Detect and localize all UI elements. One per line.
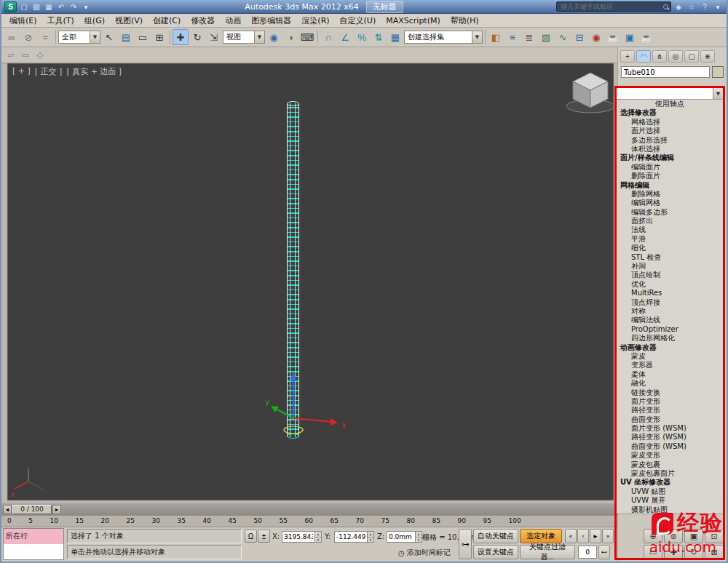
workspace-dropdown-icon[interactable]: ▾	[80, 1, 92, 12]
modifier-list-item[interactable]: UVW 展开	[617, 496, 723, 505]
percent-snap-toggle-icon[interactable]: %	[354, 29, 370, 45]
new-scene-icon[interactable]: ▢	[18, 1, 30, 12]
angle-snap-toggle-icon[interactable]: ∠	[337, 29, 353, 45]
dropdown-arrow-icon[interactable]	[254, 31, 264, 43]
object-name-input[interactable]	[621, 66, 710, 78]
modifier-list-item[interactable]: 蒙皮	[617, 352, 723, 361]
modifier-list-item[interactable]: UVW 贴图	[617, 487, 723, 496]
y-coordinate-input[interactable]	[334, 531, 368, 543]
menu-item[interactable]: 视图(V)	[110, 15, 148, 27]
track-bar[interactable]: 0510152025303540455055606570758085909510…	[1, 515, 617, 527]
modifier-list-item[interactable]: 融化	[617, 379, 723, 388]
rectangular-selection-region-icon[interactable]: ▭	[135, 29, 151, 45]
modifier-list-item[interactable]: UV 坐标修改器	[617, 478, 723, 487]
modifier-list-item[interactable]: 编辑法线	[617, 316, 723, 324]
modifier-list-combobox[interactable]	[617, 88, 723, 100]
ribbon-tab-icon[interactable]: ▭	[19, 49, 32, 62]
z-spinner-icon[interactable]	[416, 531, 422, 543]
tab-utilities[interactable]: ⋇	[700, 50, 715, 63]
absolute-offset-mode-toggle[interactable]: ±	[258, 530, 270, 543]
tab-hierarchy[interactable]: ⋔	[652, 50, 667, 63]
edit-named-selection-sets-icon[interactable]: ▦	[387, 29, 403, 45]
dropdown-arrow-icon[interactable]	[713, 88, 723, 99]
modifier-list-item[interactable]: 四边形网格化	[617, 334, 723, 343]
menu-item[interactable]: 组(G)	[79, 15, 110, 27]
time-forward-arrow[interactable]: ►	[52, 505, 61, 514]
tab-create[interactable]: +	[620, 50, 635, 63]
modifier-list-item[interactable]: 体积选择	[617, 145, 723, 153]
modifier-list-item[interactable]: 网格选择	[617, 118, 723, 127]
go-to-end-button[interactable]: »	[602, 529, 614, 543]
current-frame-input[interactable]	[578, 546, 597, 559]
modifier-list-item[interactable]: 编辑多边形	[617, 208, 723, 217]
modifier-list-item[interactable]: MultiRes	[617, 289, 723, 298]
selection-filter-dropdown[interactable]: 全部	[58, 31, 100, 44]
modifier-list-item[interactable]: ProOptimizer	[617, 325, 723, 334]
menu-item[interactable]: 修改器	[186, 15, 220, 27]
dropdown-arrow-icon[interactable]	[472, 31, 482, 43]
select-and-rotate-icon[interactable]: ↻	[189, 29, 205, 45]
bind-to-space-warp-icon[interactable]: ≈	[37, 29, 53, 45]
render-production-icon[interactable]: ☕	[638, 29, 654, 45]
modifier-list-item[interactable]: 路径变形 (WSM)	[617, 433, 723, 442]
modifier-list-item[interactable]: 蒙皮变形	[617, 451, 723, 460]
curve-editor-icon[interactable]: ∿	[555, 29, 571, 45]
select-and-scale-icon[interactable]: ⇲	[206, 29, 222, 45]
viewport-general-menu[interactable]: [ + ]	[12, 66, 31, 77]
previous-frame-button[interactable]: ‹	[577, 529, 589, 543]
undo-icon[interactable]: ↶	[55, 1, 67, 12]
modifier-list-item[interactable]: 使用轴点	[617, 100, 723, 108]
z-coordinate-input[interactable]	[387, 531, 416, 543]
modifier-list-item[interactable]: 曲面变形 (WSM)	[617, 442, 723, 451]
infocenter-search[interactable]	[556, 1, 671, 12]
dropdown-arrow-icon[interactable]	[90, 31, 100, 43]
snap-toggle-3d-icon[interactable]: ∩	[320, 29, 336, 45]
modifier-list-item[interactable]: 补洞	[617, 262, 723, 271]
modifier-list-item[interactable]: 优化	[617, 280, 723, 289]
tab-modify[interactable]: ◠	[636, 50, 651, 63]
set-keys-button[interactable]: ⊶	[459, 529, 472, 559]
ribbon-tab-icon[interactable]: ▱	[4, 49, 17, 62]
set-key-toggle[interactable]: 设置关键点	[473, 545, 518, 559]
menu-item[interactable]: 渲染(R)	[296, 15, 334, 27]
key-filters-button[interactable]: 关键点过滤器...	[520, 545, 575, 559]
listener-script-pane[interactable]	[4, 544, 63, 559]
modifier-list-item[interactable]: 柔体	[617, 370, 723, 379]
help-dropdown-icon[interactable]: ▾	[712, 1, 724, 12]
search-icon[interactable]	[663, 4, 668, 9]
layer-manager-icon[interactable]: ≣	[521, 29, 537, 45]
modifier-list-item[interactable]: 蒙皮包裹	[617, 460, 723, 469]
window-crossing-icon[interactable]: ⊞	[151, 29, 167, 45]
viewport-shading-menu[interactable]: [ 真实 + 边面 ]	[66, 66, 122, 77]
material-editor-icon[interactable]: ◉	[588, 29, 604, 45]
rendered-frame-window-icon[interactable]: ▣	[622, 29, 638, 45]
open-file-icon[interactable]: ▧	[31, 1, 42, 12]
selected-object-dropdown[interactable]: 选定对象	[520, 529, 562, 543]
viewcube[interactable]	[566, 73, 614, 113]
named-selection-set-dropdown[interactable]: 创建选择集	[404, 31, 483, 44]
select-and-manipulate-icon[interactable]: ◑	[282, 29, 298, 45]
ribbon-tab-icon[interactable]: ◇	[33, 49, 47, 62]
y-spinner-icon[interactable]	[368, 531, 374, 543]
reference-coordinate-dropdown[interactable]: 视图	[223, 31, 265, 44]
search-input[interactable]	[559, 2, 661, 11]
spinner-snap-toggle-icon[interactable]: ⇅	[371, 29, 387, 45]
modifier-list-item[interactable]: 变形器	[617, 361, 723, 370]
select-and-link-icon[interactable]: ∞	[4, 29, 20, 45]
modifier-list-item[interactable]: 面片变形	[617, 397, 723, 406]
gizmo-x-axis[interactable]	[293, 418, 333, 422]
unlink-selection-icon[interactable]: ⊘	[20, 29, 36, 45]
menu-item[interactable]: 编辑(E)	[4, 15, 42, 27]
keyboard-override-icon[interactable]: ⌨	[299, 29, 315, 45]
modifier-list-item[interactable]: 选择修改器	[617, 108, 723, 117]
modifier-list-item[interactable]: 平滑	[617, 235, 723, 244]
render-setup-icon[interactable]: ☕	[605, 29, 621, 45]
transform-gizmo[interactable]: y x	[265, 372, 347, 434]
menu-item[interactable]: 动画	[220, 15, 246, 27]
help-icon[interactable]: ?	[699, 1, 711, 12]
time-back-arrow[interactable]: ◄	[3, 505, 12, 514]
select-object-icon[interactable]: ↖	[101, 29, 117, 45]
align-icon[interactable]: ≡	[505, 29, 521, 45]
gizmo-y-axis[interactable]	[274, 408, 293, 418]
schematic-view-icon[interactable]: ⊟	[571, 29, 587, 45]
